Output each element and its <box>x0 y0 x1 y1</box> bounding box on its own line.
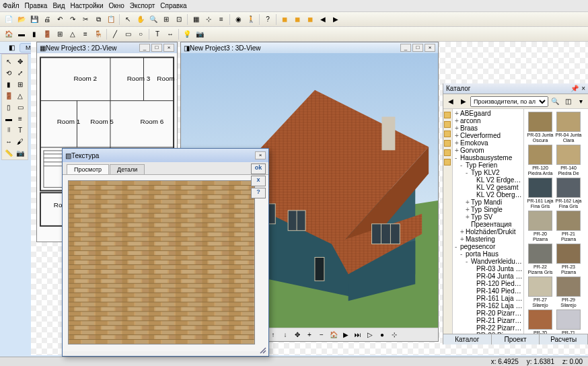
nav-orbit-d-button[interactable]: ↓ <box>280 330 291 340</box>
arrow-l-button[interactable]: ◀ <box>317 13 329 26</box>
tree-item[interactable]: PR-20 Pizarra Blanco A <box>453 309 523 317</box>
tree-item[interactable]: PR-21 Pizarra Arena <box>453 317 523 324</box>
tabbar-nav-icon[interactable]: ◧ <box>5 42 17 54</box>
catalog-folder-icon[interactable] <box>444 140 451 147</box>
undo-button[interactable]: ↶ <box>54 13 66 26</box>
catalog-folder-icon[interactable] <box>444 149 451 156</box>
nav-next-button[interactable]: ▶ <box>340 330 351 340</box>
tree-item[interactable]: +Typ SV <box>453 213 523 221</box>
nav-orbit-u-button[interactable]: ↑ <box>268 330 279 340</box>
line-button[interactable]: ╱ <box>109 28 121 40</box>
nav-rec-button[interactable]: ● <box>377 330 388 340</box>
texture-x-button[interactable]: x <box>251 176 266 186</box>
texture-thumbnail[interactable]: PR-161 Laja Fina Gris Oscurn <box>527 178 554 209</box>
resize-handle-icon[interactable] <box>259 346 267 355</box>
tree-item[interactable]: +arconn <box>453 117 523 124</box>
tree-item[interactable]: +Holzhäder/Drukit <box>453 228 523 235</box>
copy-button[interactable]: ⧉ <box>92 13 104 26</box>
texture-thumbnail[interactable]: PR-22 Pizarra Gris <box>527 244 554 275</box>
help-button[interactable]: ? <box>262 13 274 26</box>
catalog-footer-tab[interactable]: Проект <box>492 334 540 344</box>
close-button[interactable]: × <box>255 151 266 159</box>
dim-tool[interactable]: ↔ <box>3 136 14 147</box>
yellow1-button[interactable]: ◼ <box>279 13 291 26</box>
rotate-tool[interactable]: ⟲ <box>3 67 14 78</box>
tree-item[interactable]: KL V2 gesamt <box>453 184 523 191</box>
nav-snap-button[interactable]: ⊹ <box>389 330 400 340</box>
texture-thumbnail[interactable]: PR-23 Pizarra Marron Arena <box>555 244 582 275</box>
camera-tool[interactable]: 📷 <box>15 147 26 158</box>
view-3d-titlebar[interactable]: ◨ New Project3 : 3D-View _ □ × <box>181 42 438 53</box>
catalog-more-icon[interactable]: ▾ <box>575 96 587 108</box>
texture-thumbnail[interactable]: PR-03 Junta Oscura <box>527 112 554 143</box>
measure-tool[interactable]: 📏 <box>3 147 14 158</box>
texture-thumbnail[interactable]: PR-21 Pizarra Arena <box>555 211 582 242</box>
move-tool[interactable]: ✥ <box>15 56 26 67</box>
furniture-button[interactable]: 🪑 <box>92 28 104 40</box>
floor-button[interactable]: ▬ <box>15 28 28 40</box>
paste-button[interactable]: 📋 <box>105 13 117 26</box>
texture-thumbnail[interactable]: PR-140 Piedra De Adobe Dore <box>555 145 582 176</box>
tree-item[interactable]: +Typ Single <box>453 206 523 213</box>
menu-Вид[interactable]: Вид <box>52 2 65 9</box>
tab-details[interactable]: Детали <box>110 164 145 174</box>
texture-?-button[interactable]: ? <box>251 188 266 198</box>
nav-zoom-out-button[interactable]: − <box>316 330 327 340</box>
yellow2-button[interactable]: ◼ <box>291 13 303 26</box>
menu-Справка[interactable]: Справка <box>160 2 186 9</box>
tree-item[interactable]: KL V2 Obergeschoss <box>453 191 523 198</box>
cut-button[interactable]: ✂ <box>79 13 91 26</box>
catalog-folder-icon[interactable] <box>444 121 451 128</box>
catalog-folder-icon[interactable] <box>444 159 451 166</box>
tree-item[interactable]: +Braas <box>453 124 523 132</box>
door-tool[interactable]: 🚪 <box>3 90 14 101</box>
texture-thumbnail[interactable]: PR-162 Laja Fina Gris Combinada <box>555 178 582 209</box>
tree-item[interactable]: +Gorvom <box>453 147 523 154</box>
minimize-button[interactable]: _ <box>400 44 411 52</box>
menu-Файл[interactable]: Файл <box>3 2 20 9</box>
rect-button[interactable]: ▭ <box>122 28 134 40</box>
tree-item[interactable]: -Typ KLV2 <box>453 169 523 176</box>
nav-last-button[interactable]: ⏭ <box>353 330 363 340</box>
tree-item[interactable]: PR-140 Piedra De Adob <box>453 287 523 295</box>
menu-Настройки[interactable]: Настройки <box>70 2 103 9</box>
catalog-search-icon[interactable]: 🔍 <box>549 96 561 108</box>
stair-tool[interactable]: ≡ <box>15 113 26 124</box>
light-button[interactable]: 💡 <box>181 28 193 40</box>
wall-button[interactable]: ▮ <box>28 28 40 40</box>
tree-item[interactable]: -porta Haus <box>453 250 523 258</box>
layers-button[interactable]: ≡ <box>215 13 227 26</box>
catalog-view-icon[interactable]: ◫ <box>562 96 574 108</box>
scale-tool[interactable]: ⤢ <box>15 67 26 78</box>
text-button[interactable]: T <box>151 28 163 40</box>
roof-button[interactable]: △ <box>67 28 79 40</box>
tree-item[interactable]: PR-04 Junta Clara <box>453 272 523 280</box>
tree-item[interactable]: -pegesencor <box>453 243 523 250</box>
tree-item[interactable]: +Typ Mandi <box>453 198 523 206</box>
tree-item[interactable]: +Mastering <box>453 235 523 243</box>
close-button[interactable]: × <box>425 44 435 52</box>
snap-button[interactable]: ⊹ <box>203 13 215 26</box>
texture-thumbnail[interactable]: PR-04 Junta Clara <box>555 112 582 143</box>
tab-preview[interactable]: Просмотр <box>67 164 109 174</box>
tree-item[interactable]: -Typ Ferien <box>453 161 523 169</box>
texture-thumbnail[interactable]: PR-70 Ladrillo Rustico Blar <box>527 309 554 334</box>
texture-thumbnail[interactable]: PR-120 Piedra Arda Dora <box>527 145 554 176</box>
catalog-thumbnails[interactable]: PR-03 Junta OscuraPR-04 Junta ClaraPR-12… <box>524 109 588 334</box>
minimize-button[interactable]: _ <box>139 44 150 52</box>
nav-play-button[interactable]: ▷ <box>365 330 375 340</box>
catalog-footer-tab[interactable]: Расчеты <box>540 334 588 344</box>
tree-item[interactable]: +Cleverformed <box>453 132 523 139</box>
arrow-r-button[interactable]: ▶ <box>330 13 342 26</box>
catalog-folder-icon[interactable] <box>444 112 451 118</box>
texture-dialog-titlebar[interactable]: ▧ Текстура × <box>63 149 268 162</box>
nav-pan-button[interactable]: ✥ <box>292 330 303 340</box>
tree-item[interactable]: KL V2 Erdgeschoss <box>453 176 523 184</box>
zoom-fit-button[interactable]: ⊡ <box>173 13 185 26</box>
pin-icon[interactable]: 📌 <box>571 85 579 92</box>
texture-thumbnail[interactable]: PR-29 Silarejo Marron Envs <box>555 277 582 308</box>
new-button[interactable]: 📄 <box>3 13 15 26</box>
walk-button[interactable]: 🚶 <box>245 13 257 26</box>
zoom-button[interactable]: 🔍 <box>147 13 159 26</box>
texture-ok-button[interactable]: ok <box>251 163 266 174</box>
